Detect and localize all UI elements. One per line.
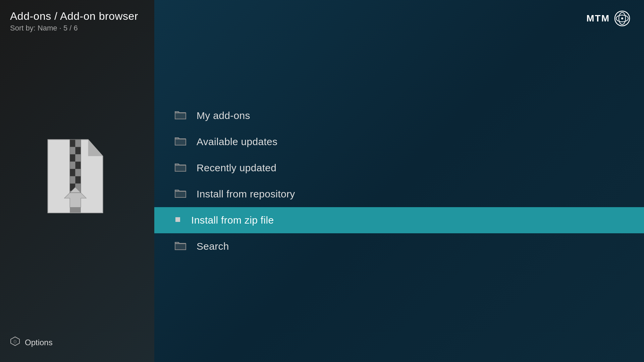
zip-file-icon [40,136,114,217]
menu-item-label-install-from-zip: Install from zip file [191,215,274,226]
menu-list: My add-ons Available updates Recently up… [154,103,644,259]
menu-item-label-install-from-repository: Install from repository [197,188,295,200]
svg-rect-10 [75,169,81,176]
svg-rect-8 [75,162,81,169]
zip-icon-area [40,136,114,218]
options-label: Options [25,338,53,347]
svg-rect-11 [70,176,75,184]
header: Add-ons / Add-on browser Sort by: Name ·… [10,10,138,33]
menu-item-my-addons[interactable]: My add-ons [154,103,644,129]
folder-icon [174,136,186,147]
menu-item-label-my-addons: My add-ons [197,110,250,121]
svg-rect-3 [70,147,75,155]
left-panel: Add-ons / Add-on browser Sort by: Name ·… [0,0,154,362]
folder-icon [174,110,186,121]
menu-item-install-from-repository[interactable]: Install from repository [154,181,644,207]
svg-rect-1 [70,140,75,147]
mtm-logo-icon [614,10,631,27]
svg-rect-2 [75,140,81,147]
svg-rect-4 [75,147,81,155]
svg-text:⟨⟩: ⟨⟩ [13,339,17,344]
logo-area: MTM [586,10,631,27]
folder-icon [174,241,186,252]
page-subtitle: Sort by: Name · 5 / 6 [10,24,138,33]
svg-rect-5 [70,154,75,162]
svg-rect-12 [75,176,81,184]
menu-item-available-updates[interactable]: Available updates [154,129,644,155]
svg-rect-9 [70,169,75,176]
folder-icon [174,163,186,173]
menu-item-install-from-zip[interactable]: Install from zip file [154,207,644,233]
folder-icon [174,189,186,199]
menu-item-label-search: Search [197,241,229,252]
options-bar[interactable]: ⟨⟩ Options [10,336,53,349]
menu-item-recently-updated[interactable]: Recently updated [154,155,644,181]
square-icon [174,216,181,224]
svg-rect-7 [70,162,75,169]
svg-rect-6 [75,154,81,162]
menu-item-label-recently-updated: Recently updated [197,162,276,174]
svg-point-21 [621,17,623,19]
svg-rect-26 [175,217,180,222]
mtm-logo-text: MTM [586,13,610,24]
menu-item-label-available-updates: Available updates [197,136,277,147]
page-title: Add-ons / Add-on browser [10,10,138,22]
menu-item-search[interactable]: Search [154,233,644,259]
right-panel: MTM My add-ons Available updates Recentl… [154,0,644,362]
options-icon: ⟨⟩ [10,336,20,349]
